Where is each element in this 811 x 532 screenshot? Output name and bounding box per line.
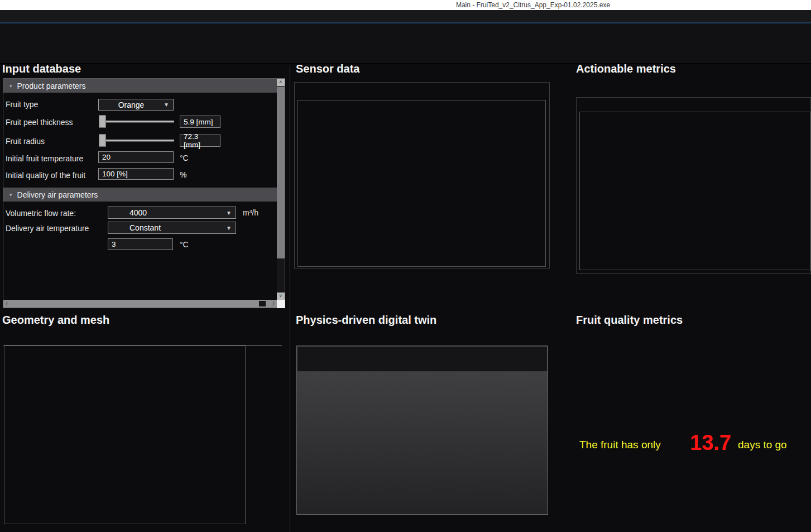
flow-rate-unit: m³/h [243,208,258,217]
delivery-temp-dropdown[interactable]: Constant ▼ [108,222,236,234]
peel-thickness-value[interactable]: 5.9 [mm] [180,116,220,128]
scroll-left-icon[interactable]: ⟨ [3,300,10,308]
initial-quality-unit: % [180,170,186,179]
slider-handle[interactable] [99,134,106,147]
actionable-metrics-heading: Actionable metrics [576,63,676,75]
scrollbar-thumb[interactable] [277,87,285,258]
scroll-right-icon[interactable]: ⟩ [270,300,277,308]
scrollbar-thumb[interactable] [259,301,266,306]
alert-days-number: 13.7 [690,431,731,455]
scrollbar-corner [277,300,285,308]
initial-quality-label: Initial quality of the fruit [6,171,85,180]
initial-temp-unit: °C [180,154,189,162]
fruit-type-dropdown[interactable]: Orange ▼ [98,99,174,111]
chevron-down-icon: ▼ [164,102,173,108]
flow-rate-label: Volumetric flow rate: [6,209,76,218]
section-delivery-air-parameters[interactable]: ▾ Delivery air parameters [3,188,277,202]
twin-3d-canvas[interactable] [297,371,548,514]
sensor-data-heading: Sensor data [296,63,359,75]
sensor-chart-canvas[interactable] [298,115,545,266]
initial-temp-input[interactable]: 20 [98,151,174,163]
fruit-radius-slider[interactable] [99,132,174,149]
scroll-down-icon[interactable]: ˅ [277,293,285,300]
fruit-peel-thickness-slider[interactable] [99,113,174,130]
fruit-quality-heading: Fruit quality metrics [576,314,683,327]
delivery-temp-label: Delivery air temperature [6,224,89,233]
initial-quality-input[interactable]: 100 [%] [98,168,174,180]
main-toolbar [0,23,811,64]
mesh-plot-canvas[interactable] [5,362,244,523]
geometry-mesh-tabs [3,331,282,346]
delivery-temp-value-unit: °C [180,240,189,249]
application-window: Main - FruiTed_v2_Citrus_App_Exp-01.02.2… [0,0,811,532]
alert-prefix-text: The fruit has only [579,439,661,451]
fruit-radius-label: Fruit radius [6,137,45,146]
menu-bar [0,10,811,22]
geometry-mesh-heading: Geometry and mesh [2,314,109,327]
section-product-parameters[interactable]: ▾ Product parameters [3,79,277,93]
initial-temp-label: Initial fruit temperature [6,154,83,163]
panel-divider [290,66,290,532]
twin-toolbar-background [297,347,547,372]
fruit-radius-value[interactable]: 72.3 [mm] [180,135,220,147]
input-horizontal-scrollbar[interactable]: ⟨ ⟩ [3,300,277,308]
window-title: Main - FruiTed_v2_Citrus_App_Exp-01.02.2… [456,1,610,9]
flow-rate-dropdown[interactable]: 4000 ▼ [108,207,236,219]
mass-loss-chart-canvas[interactable] [580,127,810,268]
fruit-type-label: Fruit type [6,100,38,109]
chevron-down-icon: ▼ [226,210,236,216]
peel-thickness-label: Fruit peel thickness [6,118,73,127]
slider-handle[interactable] [99,115,106,128]
digital-twin-heading: Physics-driven digital twin [296,314,436,327]
input-database-heading: Input database [2,63,81,75]
title-bar: Main - FruiTed_v2_Citrus_App_Exp-01.02.2… [0,0,811,10]
collapse-triangle-icon: ▾ [3,83,17,89]
scroll-up-icon[interactable]: ˄ [277,79,285,86]
delivery-temp-value-input[interactable]: 3 [108,238,173,250]
alert-suffix-text: days to go [738,439,787,451]
chevron-down-icon: ▼ [226,225,236,231]
collapse-triangle-icon: ▾ [3,192,17,198]
input-vertical-scrollbar[interactable]: ˄ ˅ [277,79,285,300]
